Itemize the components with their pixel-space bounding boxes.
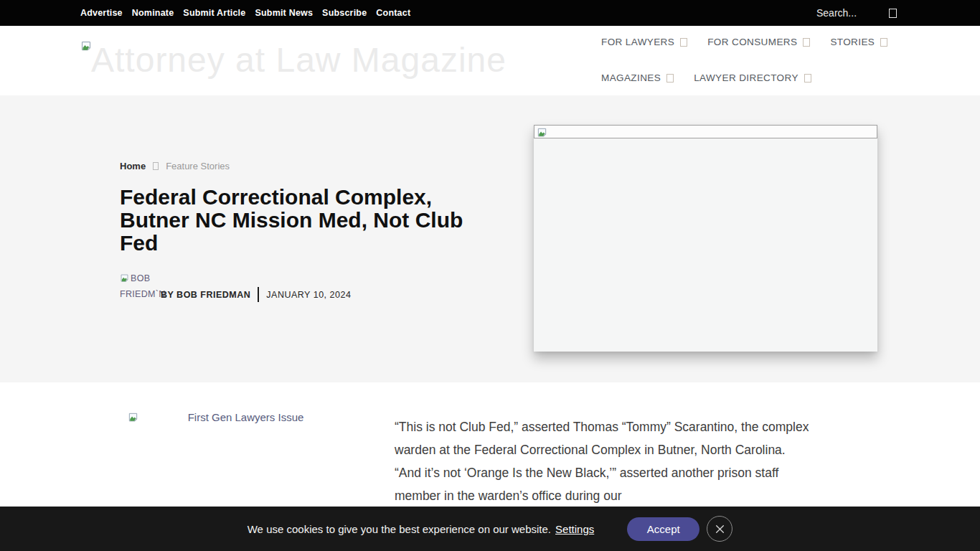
breadcrumb-category-link[interactable]: Feature Stories (166, 161, 230, 171)
inline-image-alt-text: First Gen Lawyers Issue (138, 411, 353, 423)
breadcrumb-home-link[interactable]: Home (120, 161, 146, 171)
nav-label: FOR CONSUMERS (707, 37, 797, 47)
page-title: Federal Correctional Complex, Butner NC … (120, 186, 482, 255)
nav-row-bottom: MAGAZINES LAWYER DIRECTORY (601, 72, 887, 83)
advertise-link[interactable]: Advertise (80, 8, 123, 18)
close-icon (715, 524, 725, 534)
submit-news-link[interactable]: Submit News (255, 8, 313, 18)
subscribe-link[interactable]: Subscribe (322, 8, 367, 18)
nav-stories[interactable]: STORIES (830, 37, 887, 47)
broken-image-icon (120, 273, 129, 283)
top-utility-bar: Advertise Nominate Submit Article Submit… (0, 0, 980, 26)
contact-link[interactable]: Contact (376, 8, 410, 18)
cookie-settings-link[interactable]: Settings (555, 523, 594, 535)
publish-date: JANUARY 10, 2024 (266, 290, 351, 300)
breadcrumb: Home Feature Stories (120, 161, 230, 171)
nominate-link[interactable]: Nominate (132, 8, 174, 18)
broken-image-icon (128, 412, 138, 423)
cookie-consent-banner: We use cookies to give you the best expe… (0, 507, 980, 551)
nav-label: LAWYER DIRECTORY (694, 72, 798, 83)
nav-row-top: FOR LAWYERS FOR CONSUMERS STORIES (601, 37, 887, 47)
nav-label: FOR LAWYERS (601, 37, 674, 47)
nav-label: MAGAZINES (601, 72, 661, 83)
inline-issue-image[interactable]: First Gen Lawyers Issue (128, 409, 353, 425)
author-byline-link[interactable]: BY BOB FRIEDMAN (161, 290, 250, 300)
author-avatar[interactable]: BOB FRIEDM`N (120, 270, 159, 302)
close-cookie-banner-button[interactable] (707, 516, 732, 542)
article-meta: BY BOB FRIEDMAN JANUARY 10, 2024 (161, 286, 351, 303)
accept-cookies-button[interactable]: Accept (627, 517, 699, 541)
search-icon[interactable] (889, 9, 897, 18)
nav-for-consumers[interactable]: FOR CONSUMERS (707, 37, 810, 47)
search-input[interactable]: Search... (816, 0, 897, 26)
broken-image-icon (537, 127, 547, 141)
logo-alt-text: Attorney at Law Magazine (91, 42, 507, 79)
featured-image-placeholder (534, 125, 877, 352)
article-hero-section: Home Feature Stories Federal Correctiona… (0, 95, 980, 382)
main-navigation: FOR LAWYERS FOR CONSUMERS STORIES MAGAZI… (601, 37, 887, 83)
site-header: Attorney at Law Magazine FOR LAWYERS FOR… (0, 26, 980, 95)
article-paragraph: “This is not Club Fed,” asserted Thomas … (395, 415, 809, 507)
dropdown-indicator-icon (804, 74, 811, 83)
nav-label: STORIES (830, 37, 875, 47)
nav-lawyer-directory[interactable]: LAWYER DIRECTORY (694, 72, 811, 83)
utility-links: Advertise Nominate Submit Article Submit… (80, 0, 410, 26)
featured-image-alt-strip (534, 125, 877, 138)
broken-image-icon (80, 40, 92, 55)
dropdown-indicator-icon (666, 74, 674, 83)
nav-for-lawyers[interactable]: FOR LAWYERS (601, 37, 687, 47)
dropdown-indicator-icon (803, 38, 810, 47)
site-logo[interactable]: Attorney at Law Magazine (80, 39, 583, 90)
cookie-message: We use cookies to give you the best expe… (248, 523, 551, 535)
meta-divider (258, 287, 259, 302)
breadcrumb-separator-icon (153, 162, 159, 170)
page: Advertise Nominate Submit Article Submit… (0, 0, 980, 551)
submit-article-link[interactable]: Submit Article (183, 8, 245, 18)
nav-magazines[interactable]: MAGAZINES (601, 72, 674, 83)
search-placeholder: Search... (816, 7, 857, 19)
dropdown-indicator-icon (680, 38, 687, 47)
dropdown-indicator-icon (880, 38, 887, 47)
